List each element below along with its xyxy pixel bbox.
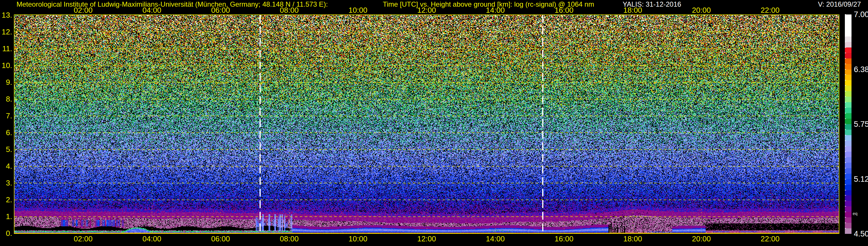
colorbar-tick-mark xyxy=(845,129,846,130)
colorbar-tick-mark xyxy=(845,58,846,59)
colorbar-tick-mark xyxy=(845,168,846,168)
colorbar-tick-mark xyxy=(845,102,846,102)
colorbar-segment xyxy=(845,163,851,168)
x-tick-label-top: 18:00 xyxy=(615,6,650,14)
colorbar-segment xyxy=(845,14,851,20)
colorbar-tick-mark xyxy=(845,201,846,201)
colorbar-tick-mark xyxy=(845,135,846,135)
x-tick-label-top: 04:00 xyxy=(134,6,169,14)
colorbar-tick-mark xyxy=(845,206,846,207)
colorbar-tick-mark xyxy=(845,141,846,141)
y-tick-label: 1. xyxy=(0,213,12,220)
colorbar-tick-mark xyxy=(845,217,846,218)
colorbar-segment xyxy=(845,130,851,135)
colorbar-segment xyxy=(845,141,851,146)
colorbar-segment xyxy=(845,135,851,141)
colorbar-segment xyxy=(845,168,851,174)
colorbar-segment xyxy=(845,195,851,201)
colorbar-segment xyxy=(845,53,851,58)
colorbar-segment xyxy=(845,58,851,64)
colorbar-tick-mark xyxy=(845,107,846,108)
colorbar-segment xyxy=(845,36,851,42)
colorbar-tick-mark xyxy=(845,47,846,48)
heatmap-canvas xyxy=(14,15,839,233)
colorbar-tick-mark xyxy=(845,25,846,26)
colorbar-tick-mark xyxy=(845,222,846,223)
colorbar-tick-mark xyxy=(845,162,846,163)
y-tick-label: 11. xyxy=(0,45,12,52)
version-label: V: 2016/09/27 xyxy=(818,1,861,8)
colorbar-segment xyxy=(845,26,851,31)
y-tick-label: 9. xyxy=(0,79,12,86)
x-tick-label-top: 16:00 xyxy=(547,6,581,14)
colorbar-tick-mark xyxy=(845,96,846,97)
x-tick-label-top: 12:00 xyxy=(409,6,444,14)
colorbar-segment xyxy=(845,119,851,124)
colorbar-tick-label: 5.12 xyxy=(854,175,868,183)
colorbar-tick-mark xyxy=(845,179,846,179)
colorbar-tick-mark xyxy=(845,31,846,31)
colorbar-tick-mark xyxy=(845,74,846,75)
x-tick-label-top: 20:00 xyxy=(684,6,719,14)
x-tick-label-bottom: 04:00 xyxy=(134,235,169,243)
x-tick-label-top: 08:00 xyxy=(272,6,307,14)
colorbar-tick-mark xyxy=(845,36,846,37)
colorbar-segment xyxy=(845,206,851,212)
colorbar-tick-label: 6.38 xyxy=(854,65,868,73)
colorbar-segment xyxy=(845,223,851,228)
plot-frame xyxy=(14,14,839,234)
y-tick-label: 5. xyxy=(0,146,12,153)
colorbar-segment xyxy=(845,124,851,130)
y-tick-label: 8. xyxy=(0,95,12,103)
colorbar-segment xyxy=(845,42,851,48)
colorbar-segment xyxy=(845,69,851,75)
colorbar-segment xyxy=(845,48,851,53)
colorbar-tick-mark xyxy=(845,212,846,212)
x-tick-label-bottom: 10:00 xyxy=(341,235,375,243)
colorbar-segment xyxy=(845,64,851,69)
y-tick-label: 4. xyxy=(0,162,12,170)
colorbar-segment xyxy=(845,31,851,36)
colorbar-segment xyxy=(845,20,851,26)
colorbar-segment xyxy=(845,228,851,234)
x-tick-label-top: 02:00 xyxy=(66,6,100,14)
x-tick-label-bottom: 16:00 xyxy=(547,235,581,243)
colorbar-segment xyxy=(845,212,851,217)
x-tick-label-bottom: 20:00 xyxy=(684,235,719,243)
colorbar-tick-mark xyxy=(845,124,846,124)
x-tick-label-bottom: 06:00 xyxy=(203,235,238,243)
y-tick-label: 13. xyxy=(0,11,12,19)
colorbar-tick-mark xyxy=(845,53,846,53)
colorbar-segment xyxy=(845,102,851,107)
colorbar xyxy=(845,14,851,234)
colorbar-tick-mark xyxy=(845,151,846,152)
colorbar-tick-mark xyxy=(845,157,846,157)
colorbar-tick-mark xyxy=(845,184,846,185)
x-tick-label-bottom: 18:00 xyxy=(615,235,650,243)
y-tick-label: 2. xyxy=(0,196,12,204)
colorbar-segment xyxy=(845,107,851,113)
colorbar-segment xyxy=(845,146,851,152)
colorbar-tick-mark xyxy=(845,85,846,86)
colorbar-tick-label: 7.00 xyxy=(854,10,868,19)
colorbar-tick-mark xyxy=(845,195,846,196)
colorbar-tick-mark xyxy=(845,190,846,190)
y-tick-label: 0. xyxy=(0,229,12,237)
colorbar-tick-mark xyxy=(845,20,846,20)
colorbar-tick-mark xyxy=(845,118,846,119)
colorbar-segment xyxy=(845,174,851,179)
colorbar-segment xyxy=(845,75,851,80)
x-tick-label-top: 14:00 xyxy=(478,6,513,14)
colorbar-tick-mark xyxy=(845,64,846,64)
colorbar-tick-label: 4.50 xyxy=(854,230,868,238)
x-tick-label-top: 06:00 xyxy=(203,6,238,14)
y-tick-label: 7. xyxy=(0,112,12,120)
colorbar-tick-mark xyxy=(845,146,846,147)
colorbar-tick-mark xyxy=(845,91,846,91)
colorbar-segment xyxy=(845,179,851,185)
colorbar-segment xyxy=(845,152,851,157)
colorbar-tick-mark xyxy=(845,80,846,81)
colorbar-tick-label: 5.75 xyxy=(854,120,868,128)
y-tick-label: 6. xyxy=(0,129,12,136)
colorbar-tick-mark xyxy=(845,228,846,228)
